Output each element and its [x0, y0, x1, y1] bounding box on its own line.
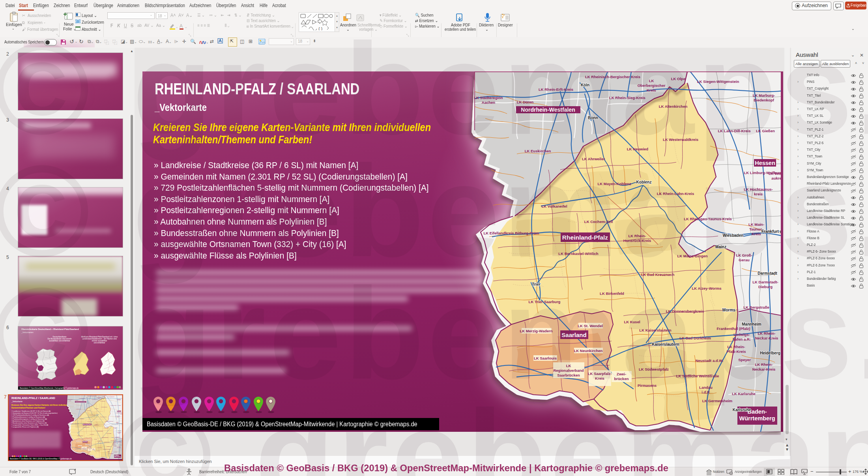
svg-text:Oberbergischer: Oberbergischer: [638, 83, 666, 88]
svg-text:LK Rheinisch-Bergischer Kreis: LK Rheinisch-Bergischer Kreis: [585, 75, 640, 79]
svg-text:Saarbrücken: Saarbrücken: [557, 373, 580, 377]
svg-text:Neckar-Kreis: Neckar-Kreis: [752, 367, 776, 371]
svg-text:LK Mainz-Bingen: LK Mainz-Bingen: [677, 254, 707, 258]
svg-text:LK Alzey-Worms: LK Alzey-Worms: [692, 286, 722, 290]
svg-text:Worms: Worms: [722, 308, 735, 312]
svg-text:Rheinland-Pfalz: Rheinland-Pfalz: [562, 234, 608, 241]
svg-text:LK Trier-Saarburg: LK Trier-Saarburg: [529, 300, 561, 304]
svg-text:LK Olpe: LK Olpe: [671, 77, 685, 81]
svg-text:LK Birkenfeld: LK Birkenfeld: [600, 291, 624, 296]
svg-text:LK Ahrweiler: LK Ahrweiler: [582, 157, 605, 161]
svg-text:LK Karlsruhe: LK Karlsruhe: [732, 392, 756, 396]
svg-text:kreis: kreis: [754, 192, 763, 196]
svg-text:LK Main-: LK Main-: [748, 222, 764, 227]
svg-text:Darmstadt: Darmstadt: [758, 271, 777, 275]
svg-text:LK Gießen: LK Gießen: [756, 129, 775, 133]
svg-text:Pirmasens: Pirmasens: [638, 383, 657, 388]
svg-text:brücken: brücken: [614, 377, 629, 381]
svg-text:{ }: { }: [318, 26, 323, 30]
svg-text:LK Rhein-: LK Rhein-: [758, 331, 776, 335]
svg-text:LK Wetter-: LK Wetter-: [769, 171, 781, 176]
svg-text:Zwei-: Zwei-: [617, 372, 626, 376]
svg-text:Neckar-Kreis: Neckar-Kreis: [755, 336, 778, 340]
svg-text:Nordrhein-Westfalen: Nordrhein-Westfalen: [521, 107, 575, 113]
svg-text:LK Merzig-Wadern: LK Merzig-Wadern: [520, 329, 552, 333]
svg-text:⌄: ⌄: [206, 41, 208, 44]
svg-text:LK Rhein-: LK Rhein-: [755, 362, 773, 367]
svg-text:LK Donnersbergkreis: LK Donnersbergkreis: [666, 309, 704, 313]
svg-text:Wiesbaden: Wiesbaden: [723, 233, 744, 238]
svg-text:LK Siegen-Wittgenstein: LK Siegen-Wittgenstein: [697, 79, 739, 84]
svg-text:LK Germersheim: LK Germersheim: [702, 399, 733, 403]
svg-text:Kreis: Kreis: [752, 232, 761, 236]
svg-text:LK Kusel: LK Kusel: [624, 320, 640, 324]
svg-text:LK: LK: [649, 79, 654, 83]
svg-text:A: A: [180, 23, 183, 29]
svg-text:LK Eifellandkreis Bitburg-Prüm: LK Eifellandkreis Bitburg-Prüm: [484, 231, 539, 235]
svg-text:Regionalverband: Regionalverband: [553, 368, 584, 373]
svg-text:LK Kaiserslautern: LK Kaiserslautern: [639, 328, 672, 332]
svg-text:LK Westerwaldkreis: LK Westerwaldkreis: [663, 137, 698, 142]
svg-text:LK Saarlouis: LK Saarlouis: [534, 356, 557, 360]
svg-text:LK Vulkaneifel: LK Vulkaneifel: [541, 204, 567, 208]
svg-text:Bonn: Bonn: [588, 116, 598, 120]
svg-text:Aachen: Aachen: [482, 100, 496, 105]
svg-text:LK Südliche Weinstraße: LK Südliche Weinstraße: [676, 374, 719, 378]
svg-text:i.d.P.: i.d.P.: [702, 390, 710, 394]
svg-text:aukreis: aukreis: [771, 176, 781, 180]
svg-text:Hunsrück-Kreis: Hunsrück-Kreis: [623, 238, 651, 243]
svg-text:LK: LK: [566, 364, 571, 368]
svg-text:LK Bad Dürkheim: LK Bad Dürkheim: [679, 336, 711, 340]
svg-text:LK Rhein-Sieg-Kreis: LK Rhein-Sieg-Kreis: [609, 96, 645, 100]
svg-text:Gerau: Gerau: [739, 258, 750, 262]
svg-text:Karlsruhe: Karlsruhe: [733, 408, 751, 412]
svg-text:Heidelberg: Heidelberg: [760, 351, 780, 355]
svg-text:Kreis: Kreis: [595, 376, 604, 380]
svg-text:⌄: ⌄: [176, 25, 178, 29]
svg-text:LK Hochtaunus-: LK Hochtaunus-: [744, 187, 773, 191]
svg-text:LK Groß-: LK Groß-: [736, 253, 752, 257]
svg-text:LK Saarpfalz-: LK Saarpfalz-: [588, 371, 612, 376]
svg-text:LK Bernkastel-Wittlich: LK Bernkastel-Wittlich: [558, 251, 598, 256]
svg-text:LK Mayen-Koblenz: LK Mayen-Koblenz: [598, 182, 631, 186]
svg-text:LK Marburg-: LK Marburg-: [753, 93, 775, 97]
svg-text:Kaiserslautern: Kaiserslautern: [652, 342, 679, 347]
svg-text:Kreis: Kreis: [647, 88, 656, 92]
svg-text:LK Lahn-Dill-Kreis: LK Lahn-Dill-Kreis: [718, 129, 751, 133]
svg-text:Frankenthal (Pfalz): Frankenthal (Pfalz): [717, 326, 750, 331]
svg-text:Trier: Trier: [532, 282, 541, 287]
svg-text:Landau: Landau: [699, 385, 713, 390]
svg-text:LK St. Wendel: LK St. Wendel: [578, 324, 603, 328]
svg-text:Speyer: Speyer: [738, 358, 751, 362]
svg-text:LK Neuwied: LK Neuwied: [627, 147, 649, 151]
svg-text:Ludwigs-: Ludwigs-: [733, 332, 750, 337]
svg-text:Dieburg: Dieburg: [758, 285, 773, 289]
svg-text:⌄: ⌄: [185, 25, 187, 29]
svg-text:Koblenz: Koblenz: [636, 180, 652, 184]
svg-text:Mainz: Mainz: [715, 245, 726, 249]
svg-text:LK Südwestpfalz: LK Südwestpfalz: [639, 367, 669, 371]
svg-text:LK Bergstraße: LK Bergstraße: [743, 305, 769, 309]
svg-text:LK Darmstadt-: LK Darmstadt-: [752, 280, 778, 284]
svg-text:LK Bad Kreuznach: LK Bad Kreuznach: [641, 272, 675, 277]
svg-text:LK Rhein-Erft-Kreis: LK Rhein-Erft-Kreis: [539, 87, 573, 92]
svg-text:Köln: Köln: [581, 83, 589, 87]
svg-text:Saarland: Saarland: [561, 332, 586, 338]
svg-text:Biedenkopf: Biedenkopf: [754, 98, 774, 102]
svg-text:LK Rheingau-Taunus-Kreis: LK Rheingau-Taunus-Kreis: [684, 217, 732, 221]
svg-text:Neustadt a.d.W.: Neustadt a.d.W.: [696, 358, 724, 363]
svg-text:Würrtemberg: Würrtemberg: [739, 415, 775, 422]
svg-text:LK Rhein-: LK Rhein-: [629, 234, 646, 238]
svg-text:Mannheim: Mannheim: [742, 322, 761, 326]
svg-text:LK Städteregion: LK Städteregion: [474, 96, 503, 100]
svg-text:LK Rhein-Lahn-Kreis: LK Rhein-Lahn-Kreis: [657, 191, 694, 196]
svg-text:Pfalz-Kreis: Pfalz-Kreis: [726, 349, 746, 354]
svg-text:LK Düren: LK Düren: [517, 100, 534, 104]
svg-text:LK Euskirchen: LK Euskirchen: [525, 149, 551, 153]
svg-text:LK Altenkirchen: LK Altenkirchen: [659, 104, 688, 109]
svg-text:LK Cochem-Zell: LK Cochem-Zell: [584, 219, 613, 224]
svg-text:LK Rhein-: LK Rhein-: [728, 345, 745, 349]
svg-text:hafen a.R:: hafen a.R:: [733, 337, 751, 341]
svg-text:LK Neunkirchen: LK Neunkirchen: [574, 349, 603, 353]
svg-text:Frankfurt a.M.: Frankfurt a.M.: [761, 229, 781, 234]
